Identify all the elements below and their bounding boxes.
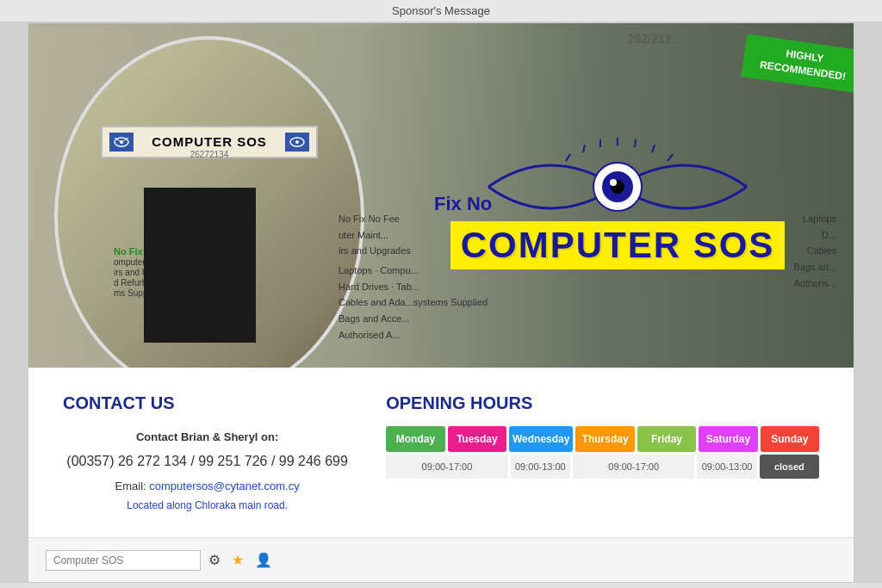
svg-point-5 (295, 140, 299, 144)
svg-line-15 (652, 145, 655, 152)
widget-search-area: ⚙ ★ 👤 (46, 550, 836, 571)
circle-photo-inner: COMPUTER SOS 26272134 COMPUTER SOS COMPU… (58, 40, 361, 368)
circle-store-photo: COMPUTER SOS 26272134 COMPUTER SOS COMPU… (54, 36, 364, 368)
circle-logo-left (109, 133, 134, 152)
sos-brand-text: COMPUTER SOS (450, 221, 786, 269)
hours-sun: closed (760, 455, 819, 479)
circle-phone: 26272134 (127, 150, 292, 159)
circle-logo-right (285, 133, 309, 152)
contact-phone: (00357) 26 272 134 / 99 251 726 / 99 246… (63, 454, 351, 469)
sos-logo-container: COMPUTER SOS (399, 135, 836, 269)
contact-title: CONTACT US (63, 393, 351, 413)
svg-line-16 (668, 154, 673, 161)
filter-button[interactable]: ⚙ (205, 550, 224, 570)
hours-grid: Monday Tuesday Wednesday Thursday Friday… (386, 426, 819, 479)
circle-door (144, 188, 256, 343)
sponsor-label: Sponsor's Message (392, 4, 490, 17)
sponsor-bar: Sponsor's Message (0, 0, 882, 22)
service-line-5: Hard Drives · Tab... (339, 279, 488, 295)
hours-wed-thu: 09:00-17:00 (573, 455, 695, 479)
service-line-8: Authorised A... (339, 327, 488, 344)
hours-header-row: Monday Tuesday Wednesday Thursday Friday… (386, 426, 819, 452)
main-container: 262/213... HIGHLYRECOMMENDED! COMPUTER S… (28, 22, 854, 583)
hours-sat: 09:00-13:00 (697, 455, 756, 479)
service-line-6: Cables and Ada...systems Supplied (339, 294, 488, 311)
day-monday: Monday (386, 426, 444, 452)
svg-line-10 (566, 154, 570, 161)
bottom-widget: ⚙ ★ 👤 (28, 537, 854, 582)
svg-line-11 (583, 145, 585, 152)
contact-email: Email: computersos@cytanet.com.cy (63, 480, 351, 492)
day-wednesday: Wednesday (509, 426, 573, 452)
contact-section: CONTACT US Contact Brian & Sheryl on: (0… (63, 393, 351, 511)
address-number: 262/213... (628, 32, 681, 46)
hours-tue: 09:00-13:00 (511, 455, 570, 479)
hero-section: 262/213... HIGHLYRECOMMENDED! COMPUTER S… (28, 23, 854, 368)
day-sunday: Sunday (761, 426, 819, 452)
svg-line-14 (635, 139, 636, 147)
email-link[interactable]: computersos@cytanet.com.cy (149, 480, 299, 492)
far-right-line-5: Authoris... (793, 275, 836, 292)
circle-store-name: COMPUTER SOS (152, 134, 267, 149)
day-saturday: Saturday (699, 426, 757, 452)
click-info-bar: Click for More Information (0, 583, 882, 588)
hours-data-row: 09:00-17:00 09:00-13:00 09:00-17:00 09:0… (386, 455, 819, 479)
favorite-button[interactable]: ★ (228, 550, 247, 570)
service-line-7: Bags and Acce... (339, 311, 488, 327)
hours-section: OPENING HOURS Monday Tuesday Wednesday T… (386, 393, 819, 511)
day-tuesday: Tuesday (448, 426, 506, 452)
search-input[interactable] (46, 550, 201, 571)
svg-point-9 (610, 179, 617, 186)
contact-location: Located along Chloraka main road. (63, 499, 351, 511)
contact-person-label: Contact Brian & Sheryl on: (63, 430, 351, 443)
day-thursday: Thursday (575, 426, 634, 452)
day-friday: Friday (637, 426, 696, 452)
hours-mon-fri-1: 09:00-17:00 (386, 455, 508, 479)
recommended-text: HIGHLYRECOMMENDED! (759, 47, 847, 83)
email-label: Email: (115, 480, 146, 492)
hours-title: OPENING HOURS (386, 393, 819, 413)
profile-button[interactable]: 👤 (252, 550, 276, 570)
info-section: CONTACT US Contact Brian & Sheryl on: (0… (28, 368, 854, 537)
